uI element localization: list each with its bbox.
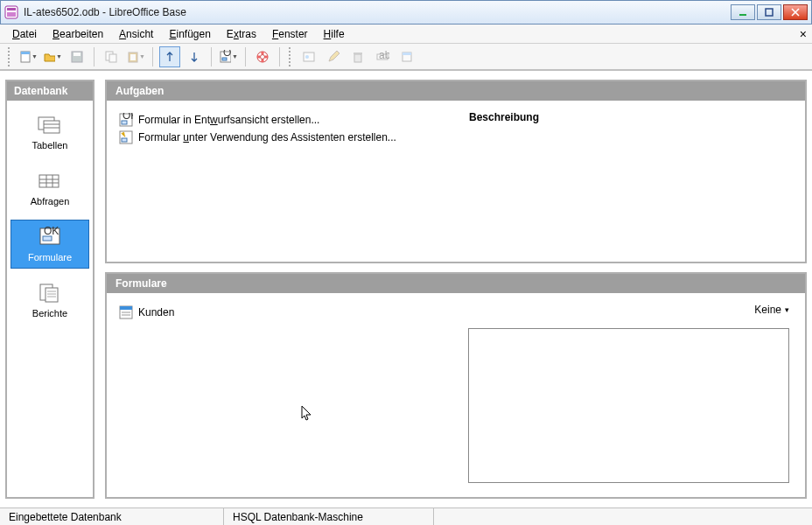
main-column: Aufgaben OK Formular in Entwurfsansicht … xyxy=(105,80,807,499)
delete-button[interactable] xyxy=(347,46,368,67)
task-label: Formular in Entwurfsansicht erstellen... xyxy=(138,114,319,126)
help-button[interactable] xyxy=(252,46,273,67)
svg-text:ab: ab xyxy=(379,50,389,61)
sort-desc-button[interactable] xyxy=(184,46,205,67)
svg-rect-23 xyxy=(354,52,362,54)
new-button[interactable]: ▼ xyxy=(18,46,38,67)
menu-insert[interactable]: Einfügen xyxy=(162,26,217,42)
svg-rect-14 xyxy=(130,54,136,60)
nav-label: Formulare xyxy=(28,252,72,262)
forms-header: Formulare xyxy=(107,274,805,293)
copy-button[interactable] xyxy=(101,46,122,67)
form-icon xyxy=(119,305,133,319)
nav-label: Tabellen xyxy=(32,140,68,150)
save-button[interactable] xyxy=(66,46,88,67)
form-design-icon: OK xyxy=(119,113,133,127)
task-create-form-wizard[interactable]: Formular unter Verwendung des Assistente… xyxy=(119,129,469,146)
description-column: Beschreibung xyxy=(469,111,793,251)
svg-text:OK: OK xyxy=(223,50,231,59)
reports-icon xyxy=(37,282,63,304)
chevron-down-icon: ▾ xyxy=(785,305,789,314)
close-document-button[interactable]: × xyxy=(800,27,807,41)
menu-edit[interactable]: Bearbeiten xyxy=(46,26,110,42)
menu-file[interactable]: Datei xyxy=(5,26,44,42)
status-embedded-db: Eingebettete Datenbank xyxy=(0,508,224,525)
minimize-button[interactable] xyxy=(731,4,755,20)
sidebar-header: Datenbank xyxy=(7,81,93,101)
maximize-button[interactable] xyxy=(757,4,781,20)
database-sidebar: Datenbank Tabellen Abfragen OK Formulare… xyxy=(5,80,94,499)
form-design-button[interactable] xyxy=(298,46,319,67)
edit-button[interactable] xyxy=(323,46,344,67)
nav-label: Abfragen xyxy=(31,196,70,206)
form-button[interactable]: OK▼ xyxy=(218,46,239,67)
tasks-header: Aufgaben xyxy=(107,81,805,101)
rename-button[interactable]: ab xyxy=(372,46,393,67)
paste-button[interactable]: ▼ xyxy=(125,46,146,67)
svg-rect-12 xyxy=(109,54,116,62)
form-item-label: Kunden xyxy=(138,306,174,318)
forms-list: Kunden xyxy=(119,304,465,486)
toolbar: ▼ ▼ ▼ OK▼ ab xyxy=(0,44,812,70)
nav-reports[interactable]: Berichte xyxy=(10,276,89,325)
status-db-engine: HSQL Datenbank-Maschine xyxy=(224,508,434,525)
svg-rect-49 xyxy=(122,138,127,142)
preview-box xyxy=(468,328,789,483)
menu-view[interactable]: Ansicht xyxy=(112,26,160,42)
svg-rect-10 xyxy=(74,52,80,56)
tasks-panel: Aufgaben OK Formular in Entwurfsansicht … xyxy=(105,80,807,263)
svg-rect-4 xyxy=(766,9,773,16)
svg-text:OK: OK xyxy=(122,113,133,122)
svg-point-21 xyxy=(305,55,309,59)
svg-rect-51 xyxy=(120,306,132,310)
nav-tables[interactable]: Tabellen xyxy=(10,108,89,157)
svg-rect-32 xyxy=(39,175,59,187)
status-empty xyxy=(434,508,812,525)
task-label: Formular unter Verwendung des Assistente… xyxy=(138,131,396,144)
open-db-button[interactable] xyxy=(396,46,417,67)
client-area: Datenbank Tabellen Abfragen OK Formulare… xyxy=(0,70,812,508)
svg-point-19 xyxy=(261,54,265,59)
view-mode-label: Keine xyxy=(754,304,781,316)
form-item-kunden[interactable]: Kunden xyxy=(119,304,465,321)
sort-asc-button[interactable] xyxy=(159,46,180,67)
svg-rect-3 xyxy=(739,14,746,16)
app-icon xyxy=(4,5,18,19)
nav-queries[interactable]: Abfragen xyxy=(10,164,89,213)
svg-rect-22 xyxy=(354,54,361,62)
svg-text:OK: OK xyxy=(44,226,59,237)
window-buttons xyxy=(731,4,808,20)
tables-icon xyxy=(37,114,63,136)
toolbar-separator xyxy=(279,47,280,66)
svg-rect-8 xyxy=(21,52,30,54)
status-bar: Eingebettete Datenbank HSQL Datenbank-Ma… xyxy=(0,508,812,525)
menu-tools[interactable]: Extras xyxy=(220,26,263,42)
toolbar-grip[interactable] xyxy=(8,47,11,66)
toolbar-separator xyxy=(245,47,246,66)
svg-rect-53 xyxy=(122,314,130,316)
wizard-icon xyxy=(119,130,133,144)
toolbar-separator xyxy=(211,47,212,66)
close-button[interactable] xyxy=(783,4,808,20)
svg-rect-52 xyxy=(122,312,130,313)
menu-help[interactable]: Hilfe xyxy=(317,26,352,42)
description-header: Beschreibung xyxy=(469,111,793,123)
svg-rect-1 xyxy=(7,8,16,10)
window-title: IL-ates6502.odb - LibreOffice Base xyxy=(24,6,731,18)
toolbar-separator xyxy=(94,47,94,66)
svg-rect-29 xyxy=(44,121,60,133)
forms-panel: Formulare Kunden Keine ▾ xyxy=(105,272,807,499)
svg-rect-41 xyxy=(46,288,58,302)
tasks-list: OK Formular in Entwurfsansicht erstellen… xyxy=(119,111,469,251)
open-button[interactable]: ▼ xyxy=(42,46,63,67)
task-create-form-design[interactable]: OK Formular in Entwurfsansicht erstellen… xyxy=(119,111,469,129)
menu-bar: Datei Bearbeiten Ansicht Einfügen Extras… xyxy=(0,24,812,44)
view-mode-picker[interactable]: Keine ▾ xyxy=(754,304,789,316)
nav-forms[interactable]: OK Formulare xyxy=(10,220,89,269)
toolbar-grip[interactable] xyxy=(289,47,292,66)
forms-icon: OK xyxy=(37,226,63,248)
preview-column: Keine ▾ xyxy=(465,304,793,486)
svg-rect-2 xyxy=(7,12,16,17)
menu-window[interactable]: Fenster xyxy=(265,26,315,42)
svg-rect-27 xyxy=(402,52,411,55)
